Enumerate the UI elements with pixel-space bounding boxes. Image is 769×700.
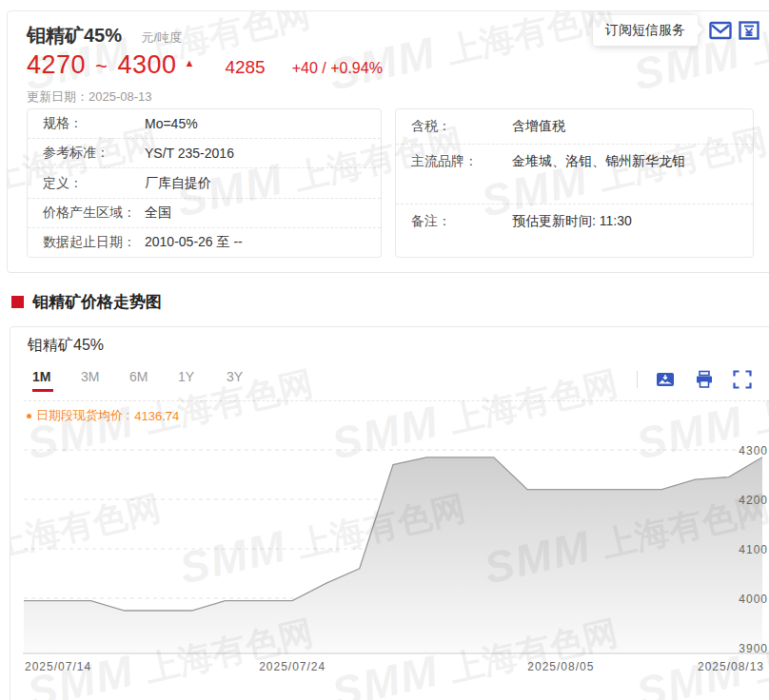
subscribe-sms-tooltip[interactable]: 订阅短信服务 bbox=[593, 15, 698, 46]
table-row: 参考标准：YS/T 235-2016 bbox=[28, 138, 381, 167]
subscribe-sms-label: 订阅短信服务 bbox=[605, 22, 685, 37]
table-row: 主流品牌：金堆城、洛钼、锦州新华龙钼 bbox=[396, 144, 753, 204]
svg-text:4300: 4300 bbox=[739, 444, 768, 457]
tab-6m[interactable]: 6M bbox=[129, 369, 154, 392]
table-row: 定义：厂库自提价 bbox=[28, 167, 381, 197]
row-value: Mo=45% bbox=[145, 116, 198, 131]
svg-text:2025/07/14: 2025/07/14 bbox=[25, 660, 91, 673]
update-date-value: 2025-08-13 bbox=[89, 89, 152, 104]
row-value: 预估更新时间: 11:30 bbox=[512, 213, 632, 230]
price-average: 4285 bbox=[225, 57, 265, 78]
table-row: 规格：Mo=45% bbox=[28, 109, 381, 138]
toolbar-divider bbox=[637, 371, 638, 388]
tabs-divider bbox=[24, 400, 769, 401]
price-up-icon: ▲ bbox=[185, 57, 195, 68]
svg-text:3900: 3900 bbox=[739, 642, 768, 655]
row-label: 参考标准： bbox=[43, 145, 145, 162]
price-summary-card: 钼精矿45% 元/吨度 4270 ~ 4300 ▲ 4285 +40 / +0.… bbox=[7, 10, 769, 273]
row-label: 主流品牌： bbox=[411, 153, 512, 170]
row-value: 厂库自提价 bbox=[145, 175, 211, 192]
svg-text:2025/08/13: 2025/08/13 bbox=[698, 660, 764, 673]
price-trend-chart[interactable]: 390040004100420043002025/07/142025/07/24… bbox=[10, 422, 769, 700]
row-label: 价格产生区域： bbox=[43, 204, 145, 222]
tab-3m[interactable]: 3M bbox=[81, 369, 106, 392]
row-label: 含税： bbox=[411, 118, 512, 135]
chart-title: 钼精矿45% bbox=[28, 336, 104, 356]
svg-text:4100: 4100 bbox=[739, 543, 768, 556]
price-trend-chart-card: 钼精矿45% 1M 3M 6M 1Y 3Y bbox=[10, 326, 769, 700]
row-label: 定义： bbox=[43, 175, 145, 192]
row-label: 数据起止日期： bbox=[43, 234, 145, 251]
range-tabs: 1M 3M 6M 1Y 3Y bbox=[32, 369, 275, 392]
svg-text:4000: 4000 bbox=[739, 593, 768, 606]
save-image-icon[interactable] bbox=[656, 370, 675, 389]
chart-section-heading: 钼精矿价格走势图 bbox=[11, 291, 162, 313]
row-label: 备注： bbox=[411, 213, 512, 230]
svg-text:2025/07/24: 2025/07/24 bbox=[259, 660, 325, 673]
row-value: 2010-05-26 至 -- bbox=[145, 234, 243, 251]
fullscreen-icon[interactable] bbox=[733, 370, 752, 389]
update-date-row: 更新日期：2025-08-13 bbox=[27, 88, 152, 106]
legend-value: 4136.74 bbox=[134, 409, 179, 423]
row-value: YS/T 235-2016 bbox=[145, 146, 234, 161]
update-date-label: 更新日期： bbox=[27, 89, 89, 104]
table-row: 含税：含增值税 bbox=[396, 109, 753, 144]
table-row: 数据起止日期：2010-05-26 至 -- bbox=[28, 227, 381, 257]
legend-dot-icon bbox=[27, 414, 31, 418]
tab-3y[interactable]: 3Y bbox=[227, 369, 251, 392]
range-separator: ~ bbox=[95, 54, 108, 79]
price-unit: 元/吨度 bbox=[141, 30, 182, 45]
red-square-bullet-icon bbox=[11, 296, 24, 308]
svg-text:2025/08/05: 2025/08/05 bbox=[527, 660, 594, 673]
page: 钼精矿45% 元/吨度 4270 ~ 4300 ▲ 4285 +40 / +0.… bbox=[0, 0, 769, 700]
price-high: 4300 bbox=[117, 50, 176, 80]
print-icon[interactable] bbox=[695, 370, 714, 389]
product-title: 钼精矿45% bbox=[27, 25, 122, 46]
row-value: 含增值税 bbox=[512, 118, 565, 135]
tax-info-table: 含税：含增值税 主流品牌：金堆城、洛钼、锦州新华龙钼 备注：预估更新时间: 11… bbox=[395, 108, 754, 258]
tab-1m[interactable]: 1M bbox=[32, 369, 57, 392]
row-value: 全国 bbox=[145, 204, 171, 222]
price-low: 4270 bbox=[27, 50, 86, 80]
price-subscribe-icon[interactable] bbox=[737, 18, 761, 43]
table-row: 备注：预估更新时间: 11:30 bbox=[396, 204, 753, 257]
svg-text:4200: 4200 bbox=[739, 494, 768, 507]
row-value: 金堆城、洛钼、锦州新华龙钼 bbox=[512, 153, 685, 170]
row-label: 规格： bbox=[43, 115, 145, 132]
table-row: 价格产生区域：全国 bbox=[28, 198, 381, 227]
price-row: 4270 ~ 4300 ▲ 4285 +40 / +0.94% bbox=[27, 50, 383, 80]
section-title: 钼精矿价格走势图 bbox=[32, 291, 162, 313]
mail-subscribe-icon[interactable] bbox=[708, 18, 733, 43]
spec-info-table: 规格：Mo=45% 参考标准：YS/T 235-2016 定义：厂库自提价 价格… bbox=[27, 108, 382, 258]
tab-1y[interactable]: 1Y bbox=[178, 369, 203, 392]
price-change: +40 / +0.94% bbox=[292, 60, 383, 77]
